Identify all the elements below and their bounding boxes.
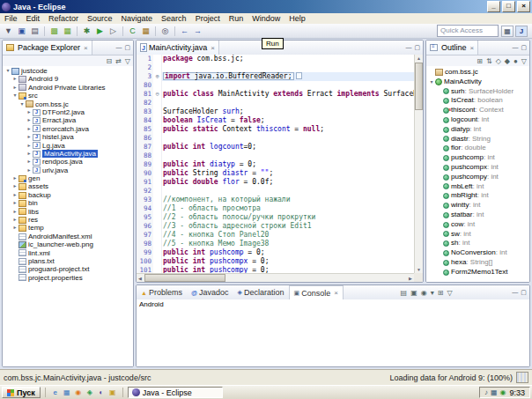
code-text[interactable]: //3 - область адресной строки Edit1 xyxy=(162,222,414,231)
menu-help[interactable]: Help xyxy=(284,14,310,23)
back-icon[interactable]: ← xyxy=(178,25,191,38)
outline-item-hexa[interactable]: hexaString[] xyxy=(426,258,529,268)
expand-arrow-icon[interactable]: ▸ xyxy=(11,199,18,207)
hide-static-icon[interactable]: ◆ xyxy=(505,56,510,66)
outline-item-com.bss.jc[interactable]: com.bss.jc xyxy=(426,68,529,78)
outline-item-pushcomp[interactable]: pushcompint xyxy=(426,153,529,163)
code-text[interactable]: //5 - кнопка Мемо Image38 xyxy=(162,240,414,248)
code-text[interactable]: SurfaceHolder surh; xyxy=(162,107,414,116)
code-text[interactable]: //1 - область просмотра xyxy=(162,204,414,213)
close-window-button[interactable]: × xyxy=(517,1,530,12)
tree-item-android-private-libraries[interactable]: ▸Android Private Libraries xyxy=(3,84,133,92)
tree-item-urlv.java[interactable]: ▸urlv.java xyxy=(3,166,133,174)
debug-icon[interactable]: ✱ xyxy=(80,25,93,38)
fold-minus-icon[interactable]: ⊖ xyxy=(153,90,162,99)
menu-edit[interactable]: Edit xyxy=(22,14,45,23)
menu-project[interactable]: Project xyxy=(191,14,225,23)
expand-all-icon[interactable]: ⊞ xyxy=(477,56,483,66)
scroll-right-icon[interactable]: ▶ xyxy=(407,275,414,282)
tree-item-plans.txt[interactable]: plans.txt xyxy=(3,257,133,265)
maximize-view-icon[interactable]: ▢ xyxy=(521,289,527,296)
collapse-arrow-icon[interactable]: ▾ xyxy=(11,92,18,100)
code-text[interactable] xyxy=(162,99,414,107)
network-icon[interactable]: ▦ xyxy=(491,388,498,397)
code-text[interactable]: //4 - кнопка Стоп Panel20 xyxy=(162,231,414,240)
maximize-view-icon[interactable]: ▢ xyxy=(124,44,130,51)
minimize-view-icon[interactable]: — xyxy=(512,44,518,51)
tree-item-dtfont2.java[interactable]: ▸DTFont2.java xyxy=(3,108,133,116)
clear-console-icon[interactable]: ▤ xyxy=(401,288,408,298)
outline-item-flor[interactable]: flordouble xyxy=(426,144,529,153)
progress-view-button[interactable] xyxy=(516,372,528,383)
code-text[interactable]: public int pushcomp = 0; xyxy=(162,248,414,257)
close-icon[interactable]: × xyxy=(211,44,215,52)
tree-item-histel.java[interactable]: ▸histel.java xyxy=(3,133,133,141)
menu-search[interactable]: Search xyxy=(157,14,191,23)
tree-item-gen[interactable]: ▸gen xyxy=(3,174,133,182)
scrollbar-thumb[interactable] xyxy=(415,63,423,110)
collapse-arrow-icon[interactable]: ▾ xyxy=(18,100,26,108)
media-player-icon[interactable]: ◉ xyxy=(73,387,84,398)
outline-item-form2memo1text[interactable]: Form2Memo1Text xyxy=(426,268,529,277)
minimize-view-icon[interactable]: — xyxy=(115,44,122,51)
code-text[interactable]: //2 - область полосы/ручки прокрутки xyxy=(162,213,414,222)
print-icon[interactable]: ▤ xyxy=(28,25,41,38)
code-text[interactable]: import java.io.BufferedReader; xyxy=(162,72,414,81)
tree-item-android-9[interactable]: ▸Android 9 xyxy=(3,75,133,83)
open-perspective-icon[interactable]: ▦ xyxy=(501,26,514,37)
tree-item-lg.java[interactable]: ▸Lg.java xyxy=(3,142,133,150)
expand-arrow-icon[interactable]: ▸ xyxy=(11,191,18,199)
code-text[interactable] xyxy=(162,134,414,143)
code-text[interactable]: package com.bss.jc; xyxy=(162,55,414,63)
scroll-lock-icon[interactable]: ▣ xyxy=(410,288,417,298)
show-desktop-icon[interactable]: ▦ xyxy=(62,387,72,398)
menu-file[interactable]: File xyxy=(0,14,22,23)
maximize-window-button[interactable]: □ xyxy=(502,1,515,12)
outline-item-thiscont[interactable]: thiscontContext xyxy=(426,106,529,115)
tree-item-androidmanifest.xml[interactable]: AndroidManifest.xml xyxy=(3,233,133,240)
display-selected-console-icon[interactable]: ▾ xyxy=(431,288,434,298)
code-text[interactable]: public int pushcompx = 0; xyxy=(162,257,414,266)
package-explorer-tab[interactable]: Package Explorer × xyxy=(3,41,92,55)
view-menu-icon[interactable]: ▽ xyxy=(447,288,452,298)
menu-window[interactable]: Window xyxy=(248,14,284,23)
outline-item-sh[interactable]: shint xyxy=(426,239,529,248)
code-text[interactable]: public static Context thiscont = null; xyxy=(162,125,414,134)
console-tab-javadoc[interactable]: @Javadoc xyxy=(187,285,233,299)
code-editor[interactable]: 1package com.bss.jc;23⊕import java.io.Bu… xyxy=(137,55,414,273)
tree-item-proguard-project.txt[interactable]: proguard-project.txt xyxy=(3,265,133,273)
scroll-up-icon[interactable]: ▲ xyxy=(417,55,421,62)
pin-console-icon[interactable]: ◉ xyxy=(421,288,427,298)
eclipse-icon[interactable]: ◐ xyxy=(96,387,107,398)
save-icon[interactable]: ▣ xyxy=(15,25,28,38)
expand-arrow-icon[interactable]: ▸ xyxy=(26,133,33,141)
new-wizard-icon[interactable]: ▼ xyxy=(2,25,15,38)
code-text[interactable]: public double flor = 0.0f; xyxy=(162,178,414,187)
outline-item-mbleft[interactable]: mbLeftint xyxy=(426,182,529,192)
expand-arrow-icon[interactable]: ▸ xyxy=(26,108,33,116)
outline-item-iscreat[interactable]: IsCreatboolean xyxy=(426,96,529,106)
new-java-package-icon[interactable]: ▦ xyxy=(139,25,152,38)
tree-item-mainactivity.java[interactable]: ▸MainActivity.java xyxy=(3,150,133,158)
expand-arrow-icon[interactable]: ▸ xyxy=(26,125,33,133)
java-perspective-icon[interactable]: J xyxy=(515,26,528,37)
code-text[interactable] xyxy=(162,151,414,160)
hide-fields-icon[interactable]: ◇ xyxy=(496,56,501,66)
console-tab-problems[interactable]: ▲Problems xyxy=(137,285,187,299)
expand-arrow-icon[interactable]: ▸ xyxy=(11,208,18,216)
expand-arrow-icon[interactable]: ▸ xyxy=(11,84,18,92)
outline-item-diastr[interactable]: diastrString xyxy=(426,135,529,144)
code-text[interactable]: public String diastr = ""; xyxy=(162,169,414,178)
expand-arrow-icon[interactable]: ▸ xyxy=(11,75,18,83)
menu-refactor[interactable]: Refactor xyxy=(44,14,83,23)
menu-run[interactable]: Run xyxy=(225,14,248,23)
messenger-icon[interactable]: ◈ xyxy=(85,387,95,398)
scrollbar-thumb[interactable] xyxy=(144,274,225,282)
outline-item-wintty[interactable]: winttyint xyxy=(426,201,529,211)
code-text[interactable]: boolean IsCreat = false; xyxy=(162,116,414,125)
expand-arrow-icon[interactable]: ▸ xyxy=(26,166,33,174)
outline-item-diatyp[interactable]: diatypint xyxy=(426,125,529,135)
collapse-arrow-icon[interactable]: ▾ xyxy=(4,67,11,75)
start-button[interactable]: Пуск xyxy=(2,387,41,398)
minimize-view-icon[interactable]: — xyxy=(512,289,518,296)
